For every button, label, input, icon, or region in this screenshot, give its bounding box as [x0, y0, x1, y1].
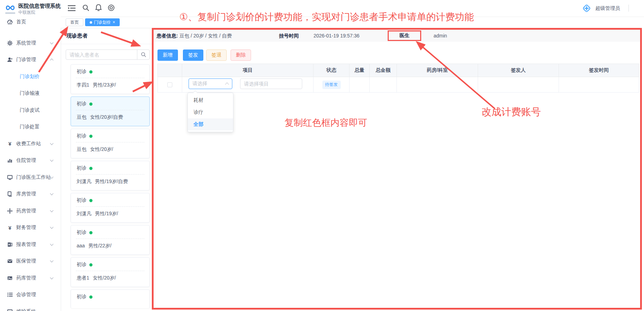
cell-issue-time	[559, 77, 639, 93]
sidebar-item-label: 维护系统	[16, 309, 36, 311]
item-type-select[interactable]: 请选择	[189, 78, 232, 89]
visit-tag: 初诊	[77, 197, 93, 204]
sidebar-item-label: 报表管理	[16, 241, 36, 248]
patient-search-input[interactable]	[66, 50, 137, 59]
sidebar-item-inpatient-mgmt[interactable]: 住院管理	[0, 152, 61, 169]
issue-button[interactable]: 签发	[183, 49, 203, 61]
patient-card[interactable]: 初诊 aaa男性/22岁/	[71, 225, 150, 255]
status-dot	[89, 199, 93, 202]
tab-outpatient-pricing[interactable]: 门诊划价 ×	[85, 18, 120, 26]
app-logo-icon	[5, 2, 16, 14]
sidebar-item-pharmacy-mgmt[interactable]: 药房管理	[0, 203, 61, 219]
chevron-down-icon	[50, 192, 54, 195]
card-divider	[76, 78, 144, 78]
patient-panel-divider	[61, 44, 152, 44]
tab-active-dot	[90, 21, 92, 24]
user-name[interactable]: 超级管理员	[595, 5, 620, 12]
status-dot	[89, 263, 93, 266]
chevron-down-icon	[50, 225, 54, 229]
sidebar-item-insurance-mgmt[interactable]: 医保管理	[0, 253, 61, 270]
tab-home-label: 首页	[70, 19, 79, 25]
report-icon	[7, 242, 13, 247]
logo-brand-mark	[5, 12, 15, 14]
col-status: 状态	[314, 64, 350, 77]
dropdown-option-consumables[interactable]: 耗材	[188, 94, 233, 106]
cell-status: 待签发	[314, 77, 350, 93]
retreat-button[interactable]: 签退	[206, 49, 227, 61]
search-icon[interactable]	[82, 4, 89, 13]
sidebar-item-label: 系统管理	[16, 40, 36, 46]
sidebar-item-label: 库房管理	[16, 191, 36, 197]
patient-card[interactable]: 初诊 豆包女性/20岁/	[71, 129, 150, 158]
sidebar-item-label: 门诊医生工作站	[16, 174, 51, 181]
col-issuer: 签发人	[478, 64, 559, 77]
delete-button[interactable]: 删除	[231, 49, 251, 61]
patient-search-group	[66, 49, 150, 60]
patient-card[interactable]: 初诊 刘潇凡男性/19岁/自费	[71, 161, 150, 190]
sidebar-item-label: 医保管理	[16, 258, 36, 264]
sidebar-item-report-mgmt[interactable]: 报表管理	[0, 236, 61, 253]
sidebar-subitem-outpatient-disposal[interactable]: 门诊处置	[0, 119, 61, 136]
reg-time-value: 2026-01-19 19:57:36	[314, 33, 359, 39]
bell-icon[interactable]	[95, 4, 102, 13]
collapse-menu-icon[interactable]	[68, 5, 76, 13]
chevron-down-icon	[50, 158, 54, 162]
chevron-down-icon	[50, 259, 54, 263]
patient-panel-title: 现诊患者	[66, 33, 88, 39]
sidebar-item-charging-station[interactable]: ¥ 收费工作站	[0, 135, 61, 152]
item-search-input[interactable]	[240, 78, 302, 89]
patient-card[interactable]: 初诊 患者1女性/20岁/	[71, 257, 150, 287]
fullscreen-icon[interactable]	[108, 4, 115, 13]
sidebar-item-home-label: 首页	[16, 19, 26, 25]
patient-card[interactable]: 初诊 刘潇凡男性/19岁/	[71, 193, 150, 223]
patient-card[interactable]: 初诊	[71, 289, 150, 308]
cell-checkbox	[157, 77, 182, 93]
sidebar-subitem-label: 门诊划价	[20, 74, 40, 80]
tab-home[interactable]: 首页	[66, 18, 83, 26]
sidebar-item-outpatient-doctor-station[interactable]: 门诊医生工作站	[0, 169, 61, 186]
dashboard-icon	[7, 19, 13, 25]
tab-outpatient-pricing-label: 门诊划价	[94, 19, 111, 25]
patient-name-line: 刘潇凡男性/19岁/自费	[77, 178, 128, 185]
list-icon	[7, 292, 13, 298]
monitor-icon	[7, 309, 13, 311]
dropdown-option-treatment[interactable]: 诊疗	[188, 106, 233, 118]
patient-name-line: 豆包女性/20岁/自费	[77, 114, 123, 121]
chevron-down-icon	[50, 41, 54, 44]
sidebar-subitem-outpatient-skin-test[interactable]: 门诊皮试	[0, 102, 61, 119]
sidebar-item-finance-mgmt[interactable]: ¥ 财务管理	[0, 219, 61, 236]
reg-time-label: 挂号时间	[279, 33, 299, 39]
status-badge: 待签发	[322, 81, 341, 89]
chevron-down-icon	[50, 141, 54, 145]
tab-close-icon[interactable]: ×	[113, 20, 115, 24]
sidebar-item-drug-storage-mgmt[interactable]: 药库管理	[0, 270, 61, 287]
user-avatar-icon[interactable]	[582, 4, 591, 14]
card-divider	[76, 271, 144, 271]
col-pharmacy-dept: 药房/科室	[397, 64, 478, 77]
sidebar-item-home[interactable]: 首页	[0, 17, 61, 30]
row-checkbox[interactable]	[167, 82, 172, 87]
sidebar-subitem-outpatient-infusion[interactable]: 门诊输液	[0, 85, 61, 102]
visit-tag: 初诊	[77, 262, 93, 268]
sidebar-item-system-mgmt[interactable]: 系统管理	[0, 35, 61, 52]
patient-card-selected[interactable]: 初诊 豆包女性/20岁/自费	[71, 96, 150, 126]
col-checkbox	[157, 64, 182, 77]
patient-card[interactable]: 初诊 李四1男性/23岁/	[71, 64, 150, 94]
col-issue-time: 签发时间	[559, 64, 639, 77]
sidebar-item-maintenance-system[interactable]: 维护系统	[0, 303, 61, 311]
sidebar-item-outpatient-mgmt[interactable]: 门诊管理	[0, 52, 61, 69]
card-divider	[76, 142, 144, 142]
cell-total-qty	[350, 77, 370, 93]
sidebar-subitem-outpatient-pricing[interactable]: 门诊划价	[0, 68, 61, 85]
add-button[interactable]: 新增	[157, 49, 178, 61]
mail-icon	[7, 258, 13, 264]
sidebar-item-consultation-mgmt[interactable]: 会诊管理	[0, 287, 61, 304]
dropdown-option-all[interactable]: 全部	[188, 118, 233, 130]
card-divider	[76, 206, 144, 207]
sidebar-item-warehouse-mgmt[interactable]: 库房管理	[0, 186, 61, 203]
chevron-up-icon	[50, 59, 54, 62]
sidebar-item-label: 财务管理	[16, 224, 36, 231]
cell-total-amount	[370, 77, 397, 93]
patient-search-button[interactable]	[137, 50, 149, 59]
cell-pharmacy-dept	[397, 77, 478, 93]
